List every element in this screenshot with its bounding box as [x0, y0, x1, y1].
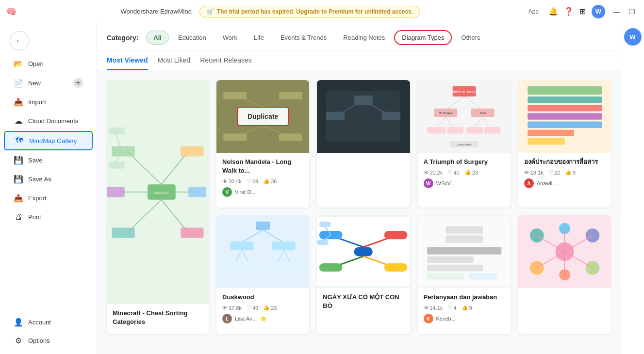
cat-tab-life[interactable]: Life [247, 31, 271, 45]
svg-rect-69 [272, 241, 296, 250]
card-stats-anawil: 👁 18.1k ♡ 22 👍 9 [524, 169, 605, 176]
stat-likes-duskwood: ♡ 49 [247, 305, 258, 311]
sidebar-item-saveas[interactable]: 💾 Save As [4, 170, 93, 188]
svg-rect-90 [319, 222, 331, 227]
card-info-last [518, 288, 611, 301]
eye-icon-pertanyaan: 👁 [424, 305, 429, 311]
author-avatar-anawil: A [524, 178, 534, 188]
card-info-pertanyaan: Pertanyaan dan jawaban 👁 14.1k ♡ 4 👍 9 K… [418, 288, 511, 328]
svg-rect-59 [528, 105, 602, 111]
card-author-anawil: A Anawil ... [524, 178, 605, 188]
author-name-nelson: Virat D... [235, 189, 256, 195]
cat-tab-reading[interactable]: Reading Notes [336, 31, 392, 45]
sidebar-item-import[interactable]: 📥 Import [4, 93, 93, 111]
cloud-icon: ☁ [14, 116, 23, 126]
user-avatar[interactable]: W [592, 5, 605, 18]
grid-icon[interactable]: ⊞ [579, 7, 586, 16]
surgery-mindmap-svg: TRIUMPH OF SURGERY Mr. Pranjeet Tricki [418, 80, 511, 153]
author-avatar-nelson: V [222, 187, 232, 197]
card-info-minecraft: Minecraft - Chest Sorting Categories [107, 304, 209, 334]
help-icon[interactable]: ❓ [564, 7, 574, 16]
card-thumb-nelson: Nelson Mandela Duplicate [216, 80, 309, 153]
app-button[interactable]: App [525, 6, 543, 17]
mindmap-icon: 🗺 [15, 136, 24, 145]
sidebar-item-options[interactable]: ⚙ Options [4, 332, 93, 350]
notification-icon[interactable]: 🔔 [548, 7, 558, 16]
svg-rect-85 [384, 231, 408, 239]
sidebar-item-cloud[interactable]: ☁ Cloud Documents [4, 112, 93, 130]
sidebar-item-open[interactable]: 📂 Open [4, 55, 93, 73]
sidebar-item-save[interactable]: 💾 Save [4, 151, 93, 169]
svg-rect-17 [109, 128, 125, 135]
cat-tab-all[interactable]: All [146, 31, 169, 45]
gallery-card-minecraft[interactable]: Minecraft [107, 80, 209, 334]
gallery-card-nelson[interactable]: Nelson Mandela Duplicate Nelson Mandela … [216, 80, 309, 208]
svg-rect-11 [112, 228, 135, 238]
svg-rect-27 [279, 92, 302, 99]
svg-rect-36 [382, 112, 400, 120]
svg-rect-35 [326, 112, 345, 120]
category-bar: Category: All Education Work Life Events… [97, 23, 621, 50]
sidebar-item-print[interactable]: 🖨 Print [4, 208, 93, 225]
eye-icon: 👁 [222, 178, 228, 184]
gallery-card-last[interactable] [518, 215, 611, 334]
author-avatar-pertanyaan: K [424, 314, 433, 323]
svg-rect-77 [281, 262, 300, 269]
app-logo-icon: 🧠 [6, 6, 17, 17]
sidebar-item-label-open: Open [28, 60, 44, 67]
svg-rect-91 [317, 240, 329, 245]
gallery-card-col2-row2[interactable] [317, 80, 410, 208]
stat-views-surgery: 👁 20.2k [424, 169, 443, 176]
card-stats-nelson: 👁 30.4k ♡ 69 👍 36 [222, 178, 303, 184]
sidebar-item-mindmap[interactable]: 🗺 MindMap Gallery [4, 131, 93, 150]
upgrade-banner[interactable]: 🛒 The trial period has expired. Upgrade … [199, 6, 420, 17]
cat-tab-others[interactable]: Others [454, 31, 487, 45]
card-thumb-minecraft: Minecraft [107, 80, 209, 304]
card-thumb-duskwood [216, 215, 309, 288]
stat-thumbs-nelson: 👍 36 [263, 178, 277, 184]
account-icon: 👤 [14, 318, 23, 327]
save-icon: 💾 [14, 156, 23, 165]
maximize-button[interactable]: ❐ [627, 6, 638, 17]
new-plus-button[interactable]: + [73, 78, 83, 88]
col2row2-mindmap-svg [317, 80, 410, 153]
category-label: Category: [107, 34, 138, 42]
sidebar-item-label-mindmap: MindMap Gallery [29, 137, 77, 145]
right-panel: W [621, 23, 644, 354]
back-button[interactable]: ← [10, 31, 29, 50]
card-title-nelson: Nelson Mandela - Long Walk to... [222, 158, 303, 175]
thumbup-icon-pertanyaan: 👍 [462, 305, 468, 311]
author-badge-duskwood: ⭐ [260, 315, 267, 322]
gallery-card-anawil[interactable]: องค์ประกอบของการสื่อสาร 👁 18.1k ♡ 22 👍 9… [518, 80, 611, 208]
minimize-button[interactable]: — [611, 6, 623, 17]
sidebar-item-new[interactable]: 📄 New + [4, 74, 93, 92]
gallery-card-ngayxua[interactable]: NGÀY XƯA CÓ MỘT CON BÒ [317, 215, 410, 334]
gallery-card-pertanyaan[interactable]: Pertanyaan dan jawaban 👁 14.1k ♡ 4 👍 9 K… [418, 215, 511, 334]
svg-rect-34 [354, 96, 373, 105]
svg-rect-51 [447, 127, 463, 133]
svg-text:TRIUMPH OF SURGERY: TRIUMPH OF SURGERY [448, 90, 480, 93]
content-area: Category: All Education Work Life Events… [97, 23, 621, 354]
last-mindmap-svg [518, 215, 611, 288]
right-avatar[interactable]: W [624, 28, 642, 46]
svg-rect-52 [466, 127, 482, 133]
view-tab-most-liked[interactable]: Most Liked [158, 56, 191, 70]
sidebar-item-account[interactable]: 👤 Account [4, 313, 93, 331]
author-name-pertanyaan: Keceb... [436, 316, 456, 322]
view-tab-most-viewed[interactable]: Most Viewed [107, 56, 148, 70]
gallery-card-duskwood[interactable]: Duskwood 👁 17.8k ♡ 49 👍 23 L Lisa An... … [216, 215, 309, 334]
svg-rect-9 [112, 146, 135, 157]
svg-rect-12 [181, 228, 203, 238]
cat-tab-education[interactable]: Education [171, 31, 214, 45]
cat-tab-events[interactable]: Events & Trends [273, 31, 334, 45]
gallery-card-surgery[interactable]: TRIUMPH OF SURGERY Mr. Pranjeet Tricki [418, 80, 511, 208]
cat-tab-diagram[interactable]: Diagram Types [394, 30, 452, 45]
svg-rect-65 [256, 222, 270, 230]
card-title-anawil: องค์ประกอบของการสื่อสาร [524, 158, 605, 166]
cat-tab-work[interactable]: Work [215, 31, 245, 45]
view-tab-recent[interactable]: Recent Releases [200, 56, 252, 70]
card-author-pertanyaan: K Keceb... [424, 314, 505, 323]
card-info-anawil: องค์ประกอบของการสื่อสาร 👁 18.1k ♡ 22 👍 9… [518, 153, 611, 193]
heart-icon-anawil: ♡ [548, 169, 553, 176]
sidebar-item-export[interactable]: 📤 Export [4, 189, 93, 207]
